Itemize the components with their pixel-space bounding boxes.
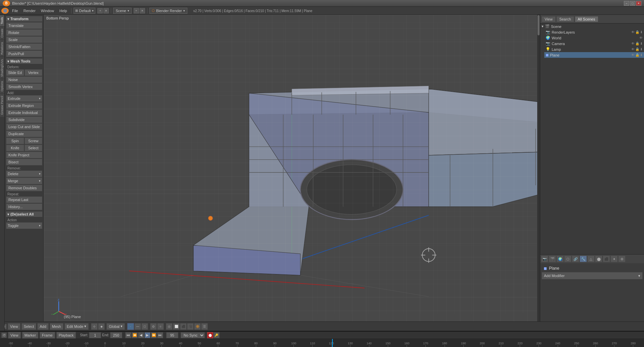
select-btn[interactable]: Select (25, 145, 43, 151)
outliner-plane[interactable]: ◼ Plane 👁 🔒 ⬇ (544, 52, 644, 58)
face-mode-btn[interactable]: □ (141, 323, 148, 330)
jump-end-btn[interactable]: ⏭ (157, 332, 163, 338)
prop-constraints-icon[interactable]: 🔗 (572, 256, 579, 262)
scene-add-btn[interactable]: + (134, 8, 139, 13)
prop-texture-icon[interactable]: ⬛ (603, 256, 610, 262)
outliner-lamp[interactable]: 💡 Lamp 👁 🔒 ⬇ (544, 46, 644, 52)
maximize-button[interactable]: □ (630, 1, 635, 6)
knife-project-btn[interactable]: Knife Project (6, 152, 42, 158)
proportional-type[interactable]: ○ (157, 323, 164, 330)
playhead[interactable] (332, 339, 333, 347)
rotate-btn[interactable]: Rotate (6, 29, 42, 36)
camera-view-btn[interactable]: 🎥 (187, 323, 194, 330)
mode-selector[interactable]: Edit Mode ▾ (64, 323, 89, 330)
scale-btn[interactable]: Scale (6, 36, 42, 43)
viewport[interactable]: Bottom Persp (44, 15, 540, 321)
loop-cut-btn[interactable]: Loop Cut and Slide (6, 123, 42, 130)
timeline-marker-btn[interactable]: Marker (22, 332, 38, 339)
bisect-btn[interactable]: Bisect (6, 159, 42, 165)
timeline-type-btn[interactable]: ⏱ (1, 333, 7, 338)
extrude-dropdown[interactable]: Extrude (6, 95, 42, 102)
prop-object-icon[interactable]: ⬡ (564, 256, 571, 262)
menu-render[interactable]: Render (21, 8, 38, 13)
viewport-display-btn[interactable]: ☰ (201, 323, 208, 330)
outliner-renderlayers[interactable]: 📷 RenderLayers 👁 🔒 ⬇ (544, 29, 644, 35)
play-btn[interactable]: ▶ (144, 332, 150, 338)
subdivide-btn[interactable]: Subdivide (6, 116, 42, 123)
end-frame-field[interactable] (110, 332, 122, 338)
prop-world-icon[interactable]: 🌍 (556, 256, 564, 262)
prop-particles-icon[interactable]: ✦ (610, 256, 618, 262)
engine-selector[interactable]: ⬡ Blender Render ▾ (149, 8, 187, 14)
vtab-grease[interactable]: Grease Pencil (0, 93, 4, 117)
vtab-create[interactable]: Create (0, 26, 4, 40)
overlay-btn[interactable]: ◎ (166, 323, 173, 330)
play-reverse-btn[interactable]: ◀ (138, 332, 144, 338)
prop-data-icon[interactable]: △ (587, 256, 595, 262)
autokey-btn[interactable]: 🔑 (214, 332, 220, 338)
history-btn[interactable]: History... (6, 203, 42, 210)
mesh-menu-btn[interactable]: Mesh (50, 323, 63, 330)
vertex-mode-btn[interactable]: · (127, 323, 134, 330)
timeline-view-btn[interactable]: View (8, 332, 21, 339)
duplicate-btn[interactable]: Duplicate (6, 130, 42, 137)
scene-selector[interactable]: Scene ▾ (113, 8, 131, 14)
prop-modifier-icon[interactable]: 🔧 (580, 256, 587, 262)
proportional-btn[interactable]: ⊙ (150, 323, 157, 330)
next-frame-btn[interactable]: ⏩ (151, 332, 157, 338)
pivot-selector[interactable]: Global ▾ (106, 323, 125, 330)
prop-render-icon[interactable]: 📷 (541, 256, 548, 262)
vtab-tools[interactable]: Tools (0, 15, 4, 26)
start-frame-field[interactable] (89, 332, 101, 338)
screen-add-btn[interactable]: + (97, 8, 103, 13)
scrollbar-thumb[interactable] (538, 15, 540, 35)
delete-dropdown[interactable]: Delete (6, 170, 42, 177)
xray-btn[interactable]: ⬜ (173, 323, 180, 330)
timeline-frame-btn[interactable]: Frame (40, 332, 55, 339)
world-visibility[interactable]: 👁 (639, 36, 643, 40)
outliner-world[interactable]: 🌍 World 👁 (544, 35, 644, 41)
right-tab-search[interactable]: Search (556, 16, 574, 22)
slide-edge-btn[interactable]: Slide Ed (6, 69, 24, 76)
timeline-ruler[interactable]: -50 -40 -30 -20 -10 0 (0, 339, 644, 347)
close-button[interactable]: ✕ (636, 1, 641, 6)
smooth-vertex-btn[interactable]: Smooth Vertex (6, 83, 42, 90)
scene-del-btn[interactable]: ✕ (140, 8, 145, 13)
plane-visibility[interactable]: 👁 (631, 53, 635, 57)
current-frame-field[interactable] (166, 332, 178, 338)
edge-mode-btn[interactable]: — (134, 323, 141, 330)
sync-selector[interactable]: No Sync (181, 332, 205, 338)
screen-selector[interactable]: ⊞ Default ▾ (74, 8, 96, 14)
transform-header[interactable]: Transform (6, 16, 42, 22)
mesh-tools-header[interactable]: Mesh Tools (6, 59, 42, 64)
minimize-button[interactable]: − (624, 1, 629, 6)
repeat-last-btn[interactable]: Repeat Last (6, 196, 42, 203)
outliner-camera[interactable]: 📷 Camera 👁 🔒 ⬇ (544, 41, 644, 46)
knife-btn[interactable]: Knife (6, 145, 24, 151)
add-modifier-btn[interactable]: Add Modifier ▾ (542, 272, 643, 279)
snap-toggle[interactable]: ⊹ (91, 323, 98, 330)
jump-start-btn[interactable]: ⏮ (125, 332, 131, 338)
viewport-shading-btn[interactable]: ⬛ (180, 323, 187, 330)
camera-visibility[interactable]: 👁 (631, 42, 635, 45)
vtab-relations[interactable]: Relations (0, 40, 4, 57)
merge-dropdown[interactable]: Merge (6, 178, 42, 184)
vtab-shading[interactable]: Shading/UVs (0, 57, 4, 79)
extrude-region-btn[interactable]: Extrude Region (6, 102, 42, 109)
prop-physics-icon[interactable]: ⚙ (618, 256, 626, 262)
view-btn[interactable]: View (8, 323, 20, 330)
record-btn[interactable]: ⬤ (207, 332, 213, 338)
screen-del-btn[interactable]: ✕ (103, 8, 109, 13)
viewport-scrollbar[interactable] (537, 15, 540, 321)
prop-material-icon[interactable]: ⬤ (595, 256, 602, 262)
select-menu-btn[interactable]: Select (21, 323, 37, 330)
prop-scene-icon[interactable]: 🎬 (549, 256, 556, 262)
snap-type[interactable]: ◈ (98, 323, 105, 330)
screw-btn[interactable]: Screw (25, 138, 43, 144)
push-pull-btn[interactable]: Push/Pull (6, 50, 42, 57)
vtab-options[interactable]: Options (0, 79, 4, 93)
toggle-dropdown[interactable]: Toggle (6, 222, 42, 229)
timeline-playback-btn[interactable]: Playback (56, 332, 76, 339)
spin-btn[interactable]: Spin (6, 138, 24, 144)
add-menu-btn[interactable]: Add (37, 323, 49, 330)
